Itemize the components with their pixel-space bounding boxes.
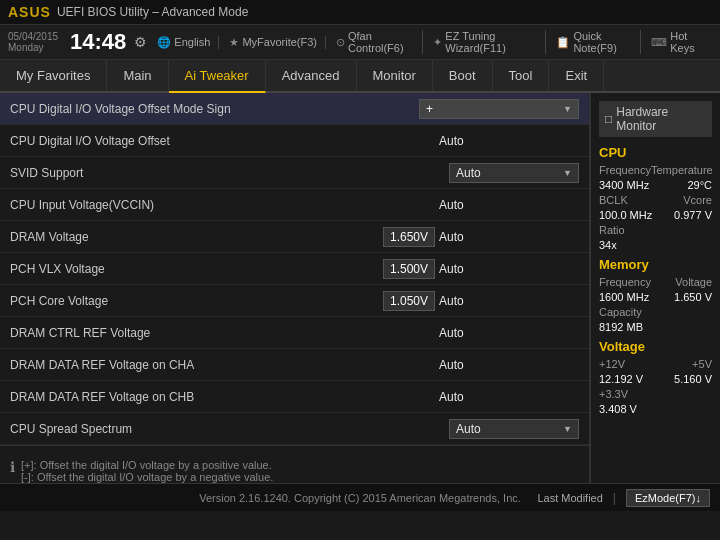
setting-value-1: Auto [439,134,579,148]
content-area: CPU Digital I/O Voltage Offset Mode Sign… [0,93,720,483]
cpu-bclk-row: BCLK Vcore [599,194,712,206]
nav-ai-tweaker[interactable]: Ai Tweaker [169,60,266,93]
setting-value-8: Auto [439,358,579,372]
nav-my-favorites[interactable]: My Favorites [0,60,107,91]
setting-label-10: CPU Spread Spectrum [10,422,449,436]
setting-row-9[interactable]: DRAM DATA REF Voltage on CHB Auto [0,381,589,413]
globe-icon: 🌐 [157,36,171,49]
cpu-bclk-value-row: 100.0 MHz 0.977 V [599,209,712,221]
setting-row-3[interactable]: CPU Input Voltage(VCCIN) Auto [0,189,589,221]
setting-value-5: Auto [439,262,579,276]
cpu-ratio-value-row: 34x [599,239,712,251]
setting-label-9: DRAM DATA REF Voltage on CHB [10,390,439,404]
hw-monitor: □ Hardware Monitor CPU Frequency Tempera… [590,93,720,483]
voltage-section-title: Voltage [599,339,712,354]
cpu-freq-value: 3400 MHz [599,179,649,191]
favorites-button[interactable]: ★ MyFavorite(F3) [229,36,326,49]
setting-row-10[interactable]: CPU Spread Spectrum Auto [0,413,589,445]
setting-value-7: Auto [439,326,579,340]
setting-value-group-6: 1.050V Auto [383,291,579,311]
bottom-bar: Version 2.16.1240. Copyright (C) 2015 Am… [0,483,720,511]
asus-logo: ASUS [8,4,51,20]
setting-value-6: Auto [439,294,579,308]
setting-value-group-5: 1.500V Auto [383,259,579,279]
setting-value-3: Auto [439,198,579,212]
setting-label-4: DRAM Voltage [10,230,383,244]
cpu-freq-value-row: 3400 MHz 29°C [599,179,712,191]
cpu-temp-value: 29°C [687,179,712,191]
title-bar: ASUS UEFI BIOS Utility – Advanced Mode [0,0,720,25]
main-nav: My Favorites Main Ai Tweaker Advanced Mo… [0,60,720,93]
setting-label-1: CPU Digital I/O Voltage Offset [10,134,439,148]
ez-mode-button[interactable]: EzMode(F7)↓ [626,489,710,507]
cpu-section-title: CPU [599,145,712,160]
setting-row-7[interactable]: DRAM CTRL REF Voltage Auto [0,317,589,349]
cpu-ratio-value: 34x [599,239,617,251]
setting-value-group-8: Auto [439,358,579,372]
ez-tuning-button[interactable]: ✦ EZ Tuning Wizard(F11) [433,30,546,54]
info-line-1: [+]: Offset the digital I/O voltage by a… [21,459,273,471]
qfan-button[interactable]: ⊙ Qfan Control(F6) [336,30,423,54]
settings-icon[interactable]: ⚙ [134,34,147,50]
cpu-freq-row: Frequency Temperature [599,164,712,176]
setting-badge-5: 1.500V [383,259,435,279]
setting-value-group-3: Auto [439,198,579,212]
setting-row-6[interactable]: PCH Core Voltage 1.050V Auto [0,285,589,317]
setting-row-8[interactable]: DRAM DATA REF Voltage on CHA Auto [0,349,589,381]
nav-tool[interactable]: Tool [493,60,550,91]
date-display: 05/04/2015 Monday [8,31,58,53]
star-icon: ★ [229,36,239,49]
setting-label-5: PCH VLX Voltage [10,262,383,276]
setting-dropdown-10[interactable]: Auto [449,419,579,439]
setting-value-group-1: Auto [439,134,579,148]
language-selector[interactable]: 🌐 English [157,36,219,49]
cpu-bclk-label: BCLK [599,194,628,206]
mem-freq-label: Frequency [599,276,651,288]
info-bar: 05/04/2015 Monday 14:48 ⚙ 🌐 English ★ My… [0,25,720,60]
setting-value-9: Auto [439,390,579,404]
nav-main[interactable]: Main [107,60,168,91]
setting-badge-6: 1.050V [383,291,435,311]
info-icon: ℹ [10,459,15,475]
cpu-vcore-label: Vcore [683,194,712,206]
info-footer: ℹ [+]: Offset the digital I/O voltage by… [0,445,589,483]
setting-row-4[interactable]: DRAM Voltage 1.650V Auto [0,221,589,253]
voltage-12-value: 12.192 V [599,373,643,385]
setting-row-5[interactable]: PCH VLX Voltage 1.500V Auto [0,253,589,285]
note-icon: 📋 [556,36,570,49]
cpu-temp-label: Temperature [651,164,713,176]
mem-voltage-value: 1.650 V [674,291,712,303]
nav-boot[interactable]: Boot [433,60,493,91]
setting-value-4: Auto [439,230,579,244]
setting-badge-4: 1.650V [383,227,435,247]
setting-dropdown-2[interactable]: Auto [449,163,579,183]
mem-voltage-label: Voltage [675,276,712,288]
hot-keys-button[interactable]: ⌨ Hot Keys [651,30,712,54]
voltage-5-label: +5V [692,358,712,370]
cpu-vcore-value: 0.977 V [674,209,712,221]
setting-row-1[interactable]: CPU Digital I/O Voltage Offset Auto [0,125,589,157]
setting-dropdown-0[interactable]: + [419,99,579,119]
setting-row-0[interactable]: CPU Digital I/O Voltage Offset Mode Sign… [0,93,589,125]
voltage-33-row: +3.3V [599,388,712,400]
cpu-freq-label: Frequency [599,164,651,176]
monitor-icon: □ [605,112,612,126]
fan-icon: ⊙ [336,36,345,49]
setting-value-group-0: + [419,99,579,119]
setting-row-2[interactable]: SVID Support Auto [0,157,589,189]
info-line-2: [-]: Offset the digital I/O voltage by a… [21,471,273,483]
mem-capacity-value: 8192 MB [599,321,643,333]
last-modified-text: Last Modified [537,492,602,504]
nav-monitor[interactable]: Monitor [357,60,433,91]
quick-note-button[interactable]: 📋 Quick Note(F9) [556,30,641,54]
cpu-bclk-value: 100.0 MHz [599,209,652,221]
setting-value-group-9: Auto [439,390,579,404]
nav-advanced[interactable]: Advanced [266,60,357,91]
settings-panel: CPU Digital I/O Voltage Offset Mode Sign… [0,93,590,483]
mem-capacity-value-row: 8192 MB [599,321,712,333]
setting-label-7: DRAM CTRL REF Voltage [10,326,439,340]
cpu-ratio-row: Ratio [599,224,712,236]
nav-exit[interactable]: Exit [549,60,604,91]
separator: | [613,491,616,505]
mem-freq-value: 1600 MHz [599,291,649,303]
